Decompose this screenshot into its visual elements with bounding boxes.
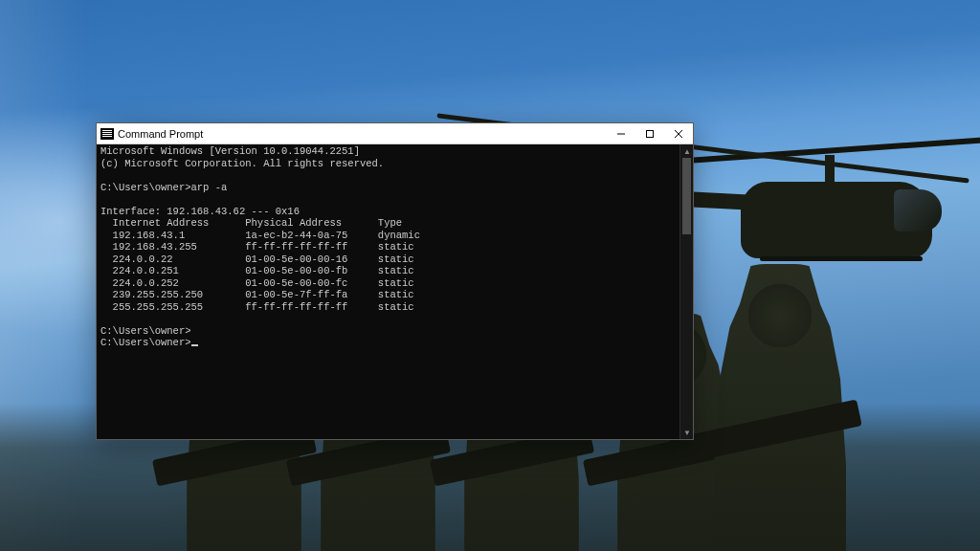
close-button[interactable] [664, 123, 693, 144]
terminal-output[interactable]: Microsoft Windows [Version 10.0.19044.22… [97, 144, 679, 439]
command-prompt-window: Command Prompt Microsoft Windows [Versio… [96, 122, 694, 440]
window-title: Command Prompt [118, 128, 203, 140]
scroll-up-icon[interactable]: ▲ [680, 144, 694, 158]
scroll-thumb[interactable] [682, 158, 691, 234]
maximize-button[interactable] [635, 123, 664, 144]
scrollbar[interactable]: ▲ ▼ [679, 144, 693, 439]
svg-rect-1 [647, 130, 654, 137]
scroll-track[interactable] [680, 158, 693, 426]
cmd-icon [100, 128, 114, 140]
titlebar[interactable]: Command Prompt [97, 123, 693, 144]
desktop-background: Command Prompt Microsoft Windows [Versio… [0, 0, 980, 551]
minimize-button[interactable] [607, 123, 635, 144]
text-cursor [191, 344, 198, 346]
scroll-down-icon[interactable]: ▼ [680, 426, 694, 439]
